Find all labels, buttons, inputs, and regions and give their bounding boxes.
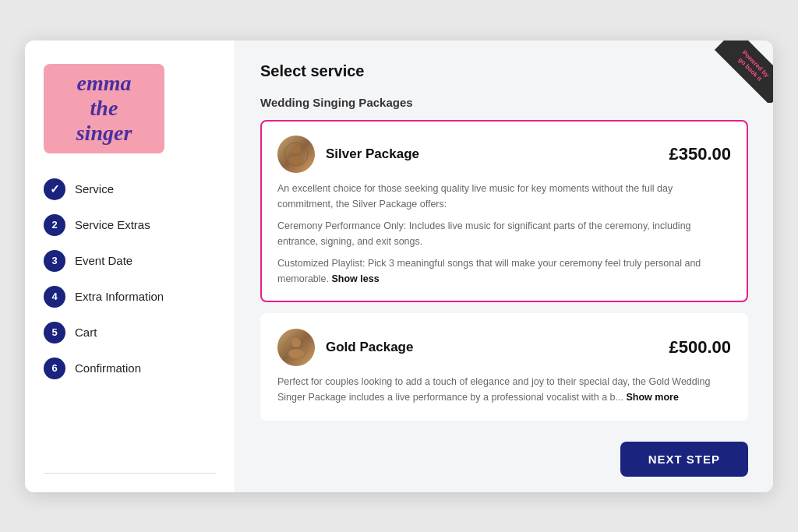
corner-badge: Powered by go book it [711,41,773,103]
silver-thumb-img [277,136,315,173]
service-card-gold[interactable]: Gold Package £500.00 Perfect for couples… [260,313,748,421]
silver-card-left: Silver Package [277,136,419,173]
main-footer: NEXT STEP [235,432,773,492]
sidebar-item-label-service: Service [75,182,114,196]
sidebar-item-label-service-extras: Service Extras [75,218,150,231]
step-circle-4: 4 [44,286,65,308]
service-card-silver[interactable]: Silver Package £350.00 An excellent choi… [260,120,748,302]
silver-thumb [277,136,315,173]
sidebar: emma the singer Service 2 Service Extras… [25,41,235,492]
sidebar-item-event-date[interactable]: 3 Event Date [44,250,216,272]
gold-name: Gold Package [326,340,413,355]
silver-price: £350.00 [669,144,731,164]
gold-description: Perfect for couples looking to add a tou… [277,374,731,405]
step-circle-2: 2 [44,214,65,236]
sidebar-item-label-extra-information: Extra Information [75,290,164,303]
main-content: Select service Wedding Singing Packages … [235,41,773,432]
main-panel: Powered by go book it Select service Wed… [235,41,773,492]
sidebar-item-label-cart: Cart [75,326,97,339]
gold-price: £500.00 [669,337,731,358]
corner-badge-inner: Powered by go book it [715,41,773,103]
silver-show-toggle[interactable]: Show less [331,273,379,284]
step-circle-6: 6 [44,358,65,379]
logo-text: emma the singer [76,71,132,146]
svg-point-1 [288,156,304,165]
silver-card-header: Silver Package £350.00 [277,136,731,173]
silver-description: An excellent choice for those seeking qu… [277,181,731,212]
sidebar-item-service[interactable]: Service [44,178,216,200]
silver-detail2: Customized Playlist: Pick 3 meaningful s… [277,255,731,287]
sidebar-divider [44,473,216,474]
sidebar-item-service-extras[interactable]: 2 Service Extras [44,214,216,236]
sidebar-item-confirmation[interactable]: 6 Confirmation [44,358,216,379]
gold-show-toggle[interactable]: Show more [626,392,678,403]
svg-point-0 [291,145,301,154]
silver-detail1: Ceremony Performance Only: Includes live… [277,218,731,249]
step-circle-5: 5 [44,322,65,344]
gold-card-left: Gold Package [277,329,413,366]
gold-card-header: Gold Package £500.00 [277,329,731,366]
next-step-button[interactable]: NEXT STEP [620,442,748,477]
gold-thumb-img [277,329,315,366]
svg-point-3 [291,338,301,347]
sidebar-item-extra-information[interactable]: 4 Extra Information [44,286,216,308]
silver-name: Silver Package [326,146,419,162]
step-list: Service 2 Service Extras 3 Event Date 4 … [44,178,216,379]
step-circle-1 [44,178,65,200]
gold-thumb [277,329,315,366]
logo-box: emma the singer [44,64,164,153]
page-title: Select service [260,62,748,80]
step-circle-3: 3 [44,250,65,272]
svg-point-4 [288,349,304,358]
sidebar-item-label-confirmation: Confirmation [75,361,141,375]
sidebar-item-cart[interactable]: 5 Cart [44,322,216,344]
section-label: Wedding Singing Packages [260,96,748,109]
sidebar-item-label-event-date: Event Date [75,254,132,267]
